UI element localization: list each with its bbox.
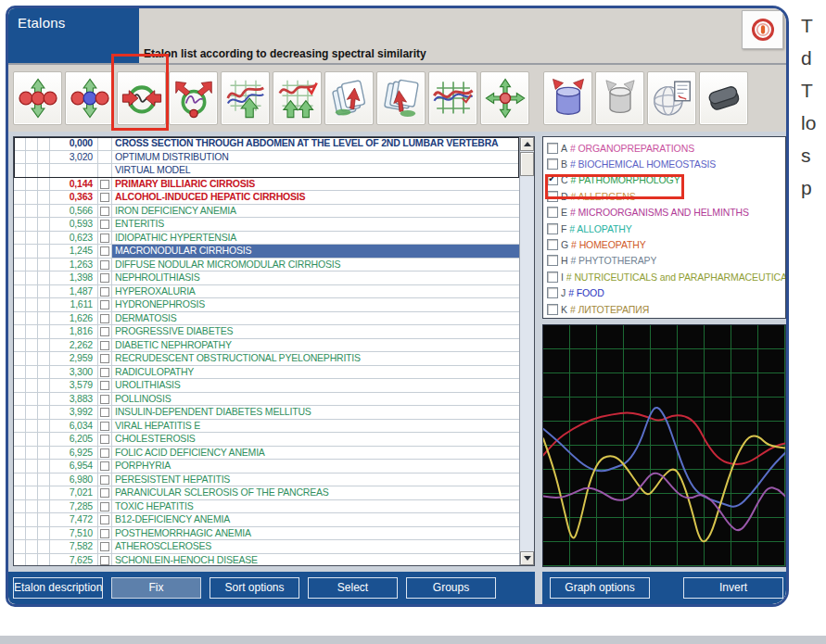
etalon-checkbox[interactable] <box>100 448 109 458</box>
etalon-checkbox[interactable] <box>100 488 109 498</box>
etalon-row[interactable]: 6,980 PERESISTENT HEPATITIS <box>14 474 519 487</box>
etalon-checkbox[interactable] <box>100 542 109 551</box>
etalon-checkbox[interactable] <box>100 381 109 390</box>
category-item[interactable]: K # ЛИТОТЕРАПИЯ <box>546 301 785 317</box>
toolbar-button-cards[interactable] <box>324 71 374 125</box>
category-item[interactable]: H # PHYTOTHERAPY <box>546 253 785 269</box>
etalon-row[interactable]: 1,398 NEPHROLITHIASIS <box>14 271 519 285</box>
etalon-row[interactable]: 1,487 HYPEROXALURIA <box>14 285 519 299</box>
etalon-checkbox[interactable] <box>100 515 109 524</box>
etalon-row[interactable]: 2,262 DIABETIC NEPHROPATHY <box>14 339 519 353</box>
scroll-down-button[interactable] <box>520 551 534 565</box>
etalon-row[interactable]: 7,021 PARANICULAR SCLEROSIS OF THE PANCR… <box>14 486 519 500</box>
toolbar-button-compare-ring[interactable] <box>117 71 166 125</box>
category-checkbox[interactable] <box>547 223 558 234</box>
etalon-checkbox[interactable] <box>100 408 109 417</box>
category-item[interactable]: F # ALLOPATHY <box>546 221 785 236</box>
toolbar-button-graph-rise-double[interactable] <box>273 71 322 125</box>
etalon-checkbox[interactable] <box>100 234 109 243</box>
etalon-row[interactable]: 7,625 SCHONLEIN-HENOCH DISEASE <box>14 554 519 566</box>
etalon-row[interactable]: 0,623 IDIOPATHIC HYPERTENSIA <box>14 232 519 246</box>
category-item[interactable]: B # BIOCHEMICAL HOMEOSTASIS <box>546 156 785 171</box>
category-item[interactable]: E # MICROORGANISMS AND HELMINTHS <box>546 205 785 221</box>
etalon-row[interactable]: 0,000 CROSS SECTION THROUGH ABDOMEN AT T… <box>14 137 519 151</box>
toolbar-button-merge[interactable] <box>169 71 218 125</box>
etalon-row[interactable]: 7,582 ATHEROSCLEROSES <box>14 540 519 554</box>
toolbar-button-eraser[interactable] <box>699 71 748 125</box>
etalon-checkbox[interactable] <box>100 193 109 202</box>
etalon-checkbox[interactable] <box>100 395 109 404</box>
toolbar-button-shift-selected[interactable] <box>65 71 114 125</box>
category-checkbox[interactable] <box>547 191 558 202</box>
toolbar-button-shift-vertical[interactable] <box>13 71 62 125</box>
category-checkbox[interactable] <box>547 158 558 170</box>
etalon-checkbox[interactable] <box>100 354 109 363</box>
etalon-checkbox[interactable] <box>100 556 109 565</box>
etalon-row[interactable]: 1,626 DERMATOSIS <box>14 312 519 326</box>
category-checkbox[interactable] <box>547 255 558 266</box>
category-item[interactable]: A # ORGANOPREPARATIONS <box>546 140 785 156</box>
toolbar-button-graph-rise[interactable] <box>221 71 270 125</box>
etalon-checkbox[interactable] <box>100 435 109 444</box>
etalon-checkbox[interactable] <box>100 327 109 336</box>
etalon-row[interactable]: 7,510 POSTHEMORRHAGIC ANEMIA <box>14 527 519 541</box>
etalon-row[interactable]: 7,472 B12-DEFICIENCY ANEMIA <box>14 513 519 527</box>
etalon-checkbox[interactable] <box>100 207 109 216</box>
category-checkbox[interactable] <box>547 174 558 185</box>
graph-options-button[interactable]: Graph options <box>550 577 650 599</box>
etalon-row[interactable]: 1,816 PROGRESSIVE DIABETES <box>14 325 519 339</box>
etalon-checkbox[interactable] <box>100 502 109 511</box>
category-checkbox[interactable] <box>547 143 558 154</box>
close-button[interactable] <box>742 10 783 49</box>
etalon-checkbox[interactable] <box>100 220 109 229</box>
select-button[interactable]: Select <box>308 577 398 599</box>
category-checkbox[interactable] <box>547 239 558 250</box>
etalon-row[interactable]: 6,925 FOLIC ACID DEFICIENCY ANEMIA <box>14 447 519 461</box>
category-item[interactable]: G # HOMEOPATHY <box>546 236 785 252</box>
etalon-checkbox[interactable] <box>100 422 109 431</box>
etalon-row[interactable]: 6,954 PORPHYRIA <box>14 460 519 474</box>
etalon-checkbox[interactable] <box>100 260 109 270</box>
etalon-row[interactable]: 1,245 MACRONODULAR CIRRHOSIS <box>14 245 519 259</box>
etalon-row[interactable]: 1,611 HYDRONEPHROSIS <box>14 298 519 312</box>
sort-options-button[interactable]: Sort options <box>210 577 299 599</box>
etalon-checkbox[interactable] <box>100 341 109 350</box>
etalon-checkbox[interactable] <box>100 300 109 309</box>
etalon-checkbox[interactable] <box>100 246 109 256</box>
list-scrollbar[interactable] <box>519 137 534 565</box>
category-checkbox[interactable] <box>547 287 558 298</box>
category-item[interactable]: C # PATHOMORPHOLOGY <box>546 172 785 188</box>
category-item[interactable]: D # ALLERGENS <box>546 188 785 204</box>
fix-button[interactable]: Fix <box>111 577 201 599</box>
etalon-row[interactable]: 3,020 OPTIMUM DISTRIBUTION <box>14 151 519 165</box>
toolbar-button-bucket-empty[interactable] <box>595 71 644 125</box>
etalon-row[interactable]: 1,263 DIFFUSE NODULAR MICROMODULAR CIRRH… <box>14 259 519 272</box>
etalon-description-button[interactable]: Etalon description <box>13 577 103 599</box>
etalon-row[interactable]: 6,205 CHOLESTEROSIS <box>14 433 519 447</box>
etalon-checkbox[interactable] <box>100 180 109 189</box>
etalon-checkbox[interactable] <box>100 368 109 377</box>
etalon-row[interactable]: 0,593 ENTERITIS <box>14 218 519 232</box>
category-item[interactable]: J # FOOD <box>546 285 785 301</box>
etalon-row[interactable]: 0,363 ALCOHOL-INDUCED HEPATIC CIRRHOSIS <box>14 191 519 205</box>
etalon-row[interactable]: 3,300 RADICULOPATHY <box>14 366 519 380</box>
category-checkbox[interactable] <box>547 304 558 315</box>
scroll-thumb[interactable] <box>520 152 534 176</box>
etalon-row[interactable]: 3,992 INSULIN-DEPENDENT DIABETES MELLITU… <box>14 406 519 420</box>
etalon-checkbox[interactable] <box>100 314 109 323</box>
etalon-checkbox[interactable] <box>100 287 109 297</box>
etalon-row[interactable]: 7,285 TOXIC HEPATITIS <box>14 500 519 514</box>
etalon-row[interactable]: 3,883 POLLINOSIS <box>14 393 519 407</box>
scroll-up-button[interactable] <box>520 137 534 151</box>
etalon-row[interactable]: 3,579 UROLITHIASIS <box>14 379 519 393</box>
toolbar-button-bucket-add[interactable] <box>543 71 592 125</box>
category-item[interactable]: I # NUTRICEUTICALS and PARAPHARMACEUTICA… <box>546 269 785 284</box>
category-checkbox[interactable] <box>547 207 558 218</box>
category-checkbox[interactable] <box>547 271 558 283</box>
etalon-row[interactable]: 2,959 RECRUDESCENT OBSTRUCTIONAL PYELONE… <box>14 352 519 366</box>
etalon-checkbox[interactable] <box>100 529 109 538</box>
etalon-checkbox[interactable] <box>100 273 109 283</box>
toolbar-button-globe-report[interactable] <box>647 71 696 125</box>
toolbar-button-spectra-overlay[interactable] <box>428 71 477 125</box>
etalon-row[interactable]: 6,034 VIRAL HEPATITIS E <box>14 420 519 434</box>
